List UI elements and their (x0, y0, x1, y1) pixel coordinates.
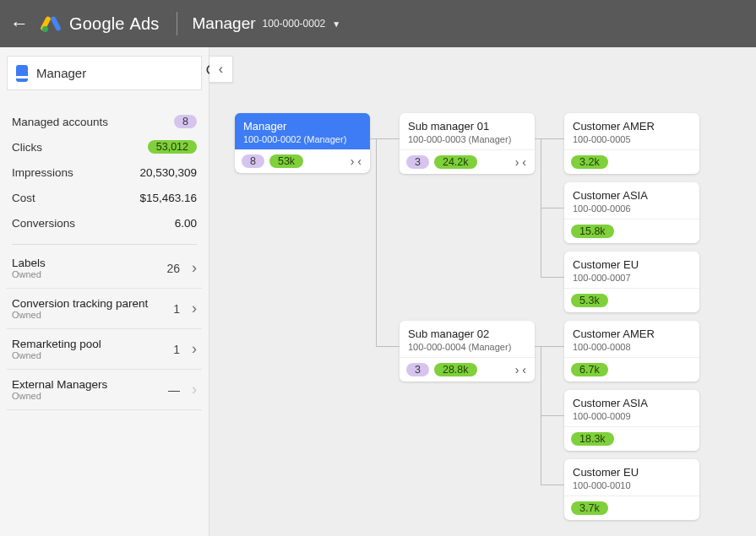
metric-label: Conversions (12, 217, 75, 230)
chevron-right-icon[interactable]: › (192, 259, 197, 277)
card-title: Customer ASIA (573, 397, 691, 409)
clicks-pill: 24.2k (434, 155, 477, 169)
sub-manager-card[interactable]: Sub manager 01100-000-0003 (Manager)324.… (400, 113, 535, 174)
context-account-id: 100-000-0002 (263, 18, 326, 30)
card-subtitle: 100-000-0002 (Manager) (243, 134, 362, 144)
header-divider (177, 12, 177, 35)
settings-list: LabelsOwned26›Conversion tracking parent… (7, 248, 202, 410)
metric-cost: Cost $15,463.16 (12, 185, 197, 210)
chevron-left-icon[interactable]: ‹ (520, 363, 528, 376)
customer-card[interactable]: Customer AMER100-000-00086.7k (564, 321, 699, 382)
managed-count-pill: 3 (406, 363, 429, 376)
chevron-right-icon[interactable]: › (192, 300, 197, 317)
card-title: Manager (243, 120, 362, 133)
hierarchy-canvas[interactable]: ‹ Manager100-000-0002 (Manager)853k›‹Sub… (209, 47, 756, 536)
setting-row[interactable]: Remarketing poolOwned1› (7, 329, 202, 370)
customer-card[interactable]: Customer AMER100-000-00053.2k (564, 113, 699, 174)
metric-value: $15,463.16 (139, 192, 197, 204)
setting-subtitle: Owned (12, 350, 101, 360)
app-header: ← Google Ads Manager 100-000-0002 ▼ (0, 0, 756, 47)
metric-label: Cost (12, 192, 35, 204)
chevron-left-icon[interactable]: ‹ (520, 155, 528, 169)
card-title: Customer EU (573, 258, 691, 271)
setting-title: Conversion tracking parent (12, 297, 148, 310)
card-subtitle: 100-000-0009 (573, 411, 691, 421)
setting-row[interactable]: LabelsOwned26› (7, 248, 202, 289)
search-input[interactable] (36, 66, 197, 80)
brand-text: Google Ads (69, 14, 160, 34)
card-title: Sub manager 02 (408, 328, 526, 340)
connector-line (376, 346, 400, 347)
card-subtitle: 100-000-0004 (Manager) (408, 342, 526, 352)
connector-line (541, 346, 541, 485)
metric-value: 6.00 (175, 217, 197, 230)
svg-rect-1 (50, 16, 61, 32)
setting-title: External Managers (12, 378, 107, 391)
card-subtitle: 100-000-0008 (573, 342, 691, 352)
caret-down-icon: ▼ (332, 19, 340, 29)
chevron-right-icon[interactable]: › (514, 363, 521, 376)
connector-line (541, 485, 564, 485)
clicks-pill: 3.2k (571, 155, 608, 169)
card-subtitle: 100-000-0006 (573, 203, 691, 214)
setting-subtitle: Owned (12, 269, 46, 279)
card-subtitle: 100-000-0010 (573, 480, 691, 490)
setting-row: External ManagersOwned—› (7, 370, 202, 410)
card-subtitle: 100-000-0005 (573, 134, 691, 144)
setting-title: Labels (12, 257, 46, 269)
connector-line (541, 277, 564, 278)
connector-line (541, 346, 564, 347)
metric-label: Managed accounts (12, 116, 108, 128)
setting-subtitle: Owned (12, 391, 107, 401)
card-title: Customer ASIA (573, 189, 691, 202)
connector-line (535, 346, 541, 347)
customer-card[interactable]: Customer EU100-000-00103.7k (564, 459, 699, 520)
metric-label: Clicks (12, 141, 42, 154)
context-title: Manager (193, 14, 256, 33)
setting-value: 26 (166, 262, 180, 275)
card-subtitle: 100-000-0003 (Manager) (408, 134, 526, 144)
connector-line (541, 415, 564, 416)
svg-point-2 (42, 26, 48, 32)
customer-card[interactable]: Customer EU100-000-00075.3k (564, 252, 699, 312)
setting-value: — (168, 383, 180, 397)
customer-card[interactable]: Customer ASIA100-000-000615.8k (564, 182, 699, 243)
metric-value: 53,012 (148, 140, 197, 154)
metric-impressions: Impressions 20,530,309 (12, 160, 197, 185)
root-manager-card[interactable]: Manager100-000-0002 (Manager)853k›‹ (235, 113, 370, 173)
account-switcher[interactable]: Manager 100-000-0002 ▼ (193, 14, 341, 33)
clicks-pill: 53k (269, 154, 303, 168)
card-title: Sub manager 01 (408, 120, 526, 133)
account-chip-icon (16, 65, 28, 82)
connector-line (541, 208, 564, 208)
metric-conversions: Conversions 6.00 (12, 210, 197, 236)
card-title: Customer AMER (573, 120, 691, 133)
tree-layer: Manager100-000-0002 (Manager)853k›‹Sub m… (209, 47, 756, 536)
metric-managed-accounts: Managed accounts 8 (12, 109, 197, 134)
setting-value: 1 (173, 302, 180, 316)
card-title: Customer AMER (573, 328, 691, 340)
chevron-right-icon[interactable]: › (514, 155, 521, 169)
collapse-sidebar-button[interactable]: ‹ (209, 56, 233, 83)
connector-line (541, 138, 564, 139)
managed-count-pill: 3 (406, 155, 429, 169)
clicks-pill: 5.3k (571, 294, 608, 307)
clicks-pill: 3.7k (571, 501, 608, 515)
chevron-right-icon[interactable]: › (192, 340, 197, 358)
connector-line (376, 138, 377, 346)
customer-card[interactable]: Customer ASIA100-000-000918.3k (564, 390, 699, 451)
back-arrow-icon[interactable]: ← (10, 13, 29, 35)
sub-manager-card[interactable]: Sub manager 02100-000-0004 (Manager)328.… (400, 321, 535, 382)
chevron-left-icon[interactable]: ‹ (356, 154, 363, 168)
setting-row[interactable]: Conversion tracking parentOwned1› (7, 289, 202, 329)
chevron-right-icon[interactable]: › (349, 154, 356, 168)
clicks-pill: 6.7k (571, 363, 608, 376)
setting-subtitle: Owned (12, 310, 148, 320)
google-ads-logo-icon (41, 14, 61, 34)
metrics-block: Managed accounts 8 Clicks 53,012 Impress… (7, 109, 202, 245)
chevron-right-icon: › (192, 381, 197, 398)
connector-line (535, 138, 541, 139)
sidebar: Managed accounts 8 Clicks 53,012 Impress… (0, 47, 209, 536)
setting-title: Remarketing pool (12, 338, 101, 350)
search-card (7, 56, 202, 90)
